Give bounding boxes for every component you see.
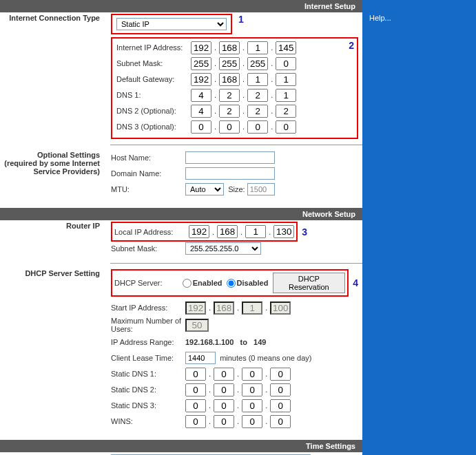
internet-ip-oct1[interactable] [191, 41, 211, 54]
sdns1-label: Static DNS 1: [111, 370, 185, 378]
mtu-size-input [247, 183, 275, 195]
sdns2-label: Static DNS 2: [111, 385, 185, 394]
sdns3-oct2[interactable] [214, 399, 234, 412]
dhcp-enabled-radio[interactable] [183, 279, 192, 288]
dns2-oct2[interactable] [219, 105, 240, 118]
subnet-oct4[interactable] [276, 57, 296, 70]
local-ip-oct1[interactable] [189, 225, 209, 238]
wins-oct2[interactable] [214, 415, 234, 428]
internet-ip-oct4[interactable] [276, 41, 296, 54]
conn-type-label: Internet Connection Type [0, 12, 107, 23]
dns2-oct1[interactable] [191, 105, 211, 118]
start-ip-oct3 [242, 301, 262, 315]
annot-3: 3 [302, 226, 307, 237]
sdns1-oct1[interactable] [185, 368, 206, 381]
sdns3-oct4[interactable] [270, 399, 291, 412]
dns1-oct1[interactable] [191, 89, 211, 102]
sdns1-oct4[interactable] [270, 368, 291, 381]
subnet-label: Subnet Mask: [116, 59, 191, 67]
sdns2-oct4[interactable] [270, 383, 291, 396]
optional-settings-label: Optional Settings (required by some Inte… [0, 149, 107, 177]
sdns3-oct3[interactable] [242, 399, 262, 412]
dns3-label: DNS 3 (Optional): [116, 123, 191, 131]
router-ip-label: Router IP [0, 220, 107, 231]
dns1-oct2[interactable] [219, 89, 240, 102]
internet-ip-label: Internet IP Address: [116, 43, 191, 52]
wins-oct4[interactable] [270, 415, 291, 428]
size-label: Size: [228, 185, 245, 193]
annot-1: 1 [238, 14, 244, 25]
hostname-input[interactable] [185, 151, 275, 164]
annot-2: 2 [349, 40, 354, 51]
sdns1-oct2[interactable] [214, 368, 234, 381]
dns3-oct1[interactable] [191, 120, 211, 134]
sdns3-label: Static DNS 3: [111, 401, 185, 410]
local-ip-oct2[interactable] [217, 225, 238, 238]
wins-oct3[interactable] [242, 415, 262, 428]
domain-label: Domain Name: [111, 169, 185, 178]
time-zone-label: Time Zone [0, 452, 107, 455]
network-setup-header: Network Setup [0, 208, 362, 220]
ip-range-value: 192.168.1.100 to 149 [185, 338, 266, 346]
lease-input[interactable] [185, 352, 216, 364]
gateway-label: Default Gateway: [116, 75, 191, 83]
sdns2-oct2[interactable] [214, 383, 234, 396]
internet-ip-oct3[interactable] [247, 41, 268, 54]
local-ip-label: Local IP Address: [114, 228, 189, 236]
internet-ip-oct2[interactable] [219, 41, 240, 54]
router-subnet-select[interactable]: 255.255.255.0 [185, 242, 261, 255]
subnet-oct3[interactable] [247, 57, 268, 70]
dns3-oct3[interactable] [247, 120, 268, 134]
sdns3-oct1[interactable] [185, 399, 206, 412]
dhcp-enabled-text: Enabled [193, 279, 223, 287]
gateway-oct3[interactable] [247, 73, 268, 86]
internet-setup-header: Internet Setup [0, 0, 362, 12]
max-users-label: Maximum Number of Users: [111, 317, 185, 333]
dns3-oct2[interactable] [219, 120, 240, 134]
hostname-label: Host Name: [111, 154, 185, 162]
subnet-oct2[interactable] [219, 57, 240, 70]
local-ip-oct3[interactable] [245, 225, 266, 238]
mtu-label: MTU: [111, 185, 185, 193]
time-settings-header: Time Settings [0, 440, 362, 452]
gateway-oct2[interactable] [219, 73, 240, 86]
start-ip-oct4 [270, 301, 291, 315]
help-link[interactable]: Help... [369, 14, 391, 22]
lease-unit: minutes (0 means one day) [220, 354, 311, 362]
dns2-oct3[interactable] [247, 105, 268, 118]
dns2-oct4[interactable] [276, 105, 296, 118]
conn-type-select[interactable]: Static IP [116, 18, 227, 30]
dhcp-reservation-button[interactable]: DHCP Reservation [273, 273, 346, 293]
wins-oct1[interactable] [185, 415, 206, 428]
annot-4: 4 [353, 277, 358, 288]
sdns2-oct1[interactable] [185, 383, 206, 396]
local-ip-oct4[interactable] [273, 225, 294, 238]
router-subnet-label: Subnet Mask: [111, 244, 185, 253]
wins-label: WINS: [111, 417, 185, 425]
gateway-oct4[interactable] [276, 73, 296, 86]
sdns1-oct3[interactable] [242, 368, 262, 381]
dhcp-server-label: DHCP Server: [114, 279, 178, 287]
dhcp-setting-label: DHCP Server Setting [0, 268, 107, 279]
dhcp-disabled-radio[interactable] [227, 279, 236, 288]
max-users-input [185, 319, 209, 332]
dns1-oct4[interactable] [276, 89, 296, 102]
start-ip-label: Start IP Address: [111, 304, 185, 312]
dns1-oct3[interactable] [247, 89, 268, 102]
dns2-label: DNS 2 (Optional): [116, 107, 191, 115]
domain-input[interactable] [185, 167, 275, 180]
subnet-oct1[interactable] [191, 57, 211, 70]
mtu-select[interactable]: Auto [185, 183, 224, 195]
ip-range-label: IP Address Range: [111, 338, 185, 346]
start-ip-oct1 [185, 301, 206, 315]
start-ip-oct2 [214, 301, 234, 315]
sdns2-oct3[interactable] [242, 383, 262, 396]
dns1-label: DNS 1: [116, 91, 191, 99]
dns3-oct4[interactable] [276, 120, 296, 134]
gateway-oct1[interactable] [191, 73, 211, 86]
lease-label: Client Lease Time: [111, 354, 185, 362]
dhcp-disabled-text: Disabled [237, 279, 269, 287]
